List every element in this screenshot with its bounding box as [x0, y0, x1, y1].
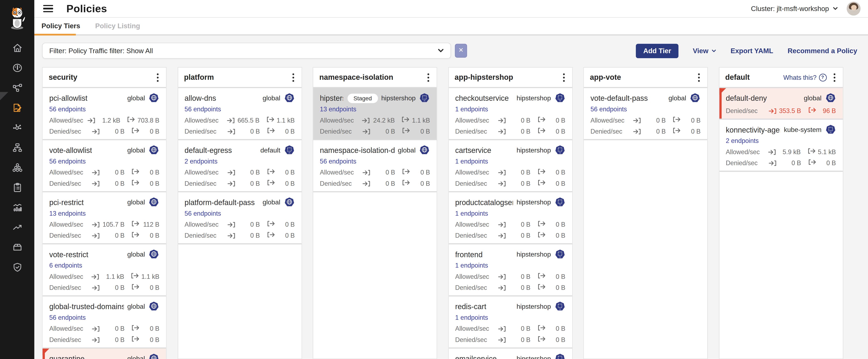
user-avatar[interactable]: [847, 2, 861, 16]
policy-card-default-deny[interactable]: default-denyglobalDenied/sec353.5 B96 B: [719, 88, 842, 120]
policy-card-pci-restrict[interactable]: pci-restrictglobal13 endpointsAllowed/se…: [42, 192, 166, 245]
sidebar-item-compliance-clipboard[interactable]: [0, 177, 34, 197]
sidebar-item-trends[interactable]: [0, 217, 34, 237]
endpoints-link[interactable]: 2 endpoints: [726, 137, 836, 145]
endpoints-link[interactable]: 1 endpoints: [455, 105, 565, 113]
global-scope-badge-icon: [148, 301, 159, 312]
policy-card-hipstershop-gh[interactable]: hipstershop-gh…Stagedhipstershopns13 end…: [313, 88, 437, 140]
denied-per-sec-row: Denied/sec0 B0 B: [455, 128, 565, 135]
page-title: Policies: [66, 2, 107, 15]
stat-label: Allowed/sec: [49, 325, 83, 332]
content-area: Filter: Policy Traffic filter: Show All …: [34, 35, 868, 359]
ingress-value: 0 B: [508, 284, 530, 291]
policy-card-frontend[interactable]: frontendhipstershopns1 endpointsAllowed/…: [448, 244, 572, 297]
policy-card-checkoutservice[interactable]: checkoutservicehipstershopns1 endpointsA…: [448, 88, 572, 140]
svg-text:ns: ns: [424, 100, 425, 102]
sidebar-item-threat-shield[interactable]: [0, 257, 34, 277]
endpoints-link[interactable]: 56 endpoints: [590, 105, 701, 113]
stat-label: Allowed/sec: [320, 169, 354, 176]
cluster-selector[interactable]: Cluster: jlt-msft-workshop: [751, 5, 838, 12]
endpoints-link[interactable]: 1 endpoints: [455, 158, 565, 165]
allowed-per-sec-row: Allowed/sec0 B0 B: [455, 221, 565, 228]
tab-policy-tiers[interactable]: Policy Tiers: [41, 22, 80, 30]
view-dropdown[interactable]: View: [693, 47, 716, 54]
tier-menu-button[interactable]: [561, 73, 566, 82]
egress-traffic-icon: [537, 232, 545, 238]
policy-card-default-egress[interactable]: default-egressdefaultns2 endpointsAllowe…: [178, 140, 302, 192]
endpoints-link[interactable]: 1 endpoints: [455, 261, 565, 269]
tier-column-security: securitypci-allowlistglobal56 endpointsA…: [42, 67, 166, 359]
policy-card-pci-allowlist[interactable]: pci-allowlistglobal56 endpointsAllowed/s…: [42, 88, 166, 140]
policy-card-vote-default-pass[interactable]: vote-default-passglobal56 endpointsAllow…: [584, 88, 707, 140]
whats-this-link[interactable]: Whats this??: [783, 73, 827, 81]
sidebar-item-flow-visualizations[interactable]: [0, 118, 34, 138]
sidebar-item-home[interactable]: [0, 37, 34, 58]
tier-menu-button[interactable]: [696, 73, 701, 82]
endpoints-link[interactable]: 13 endpoints: [320, 105, 430, 113]
endpoints-link[interactable]: 13 endpoints: [49, 210, 159, 217]
recommend-policy-button[interactable]: Recommend a Policy: [788, 47, 857, 54]
endpoints-link[interactable]: 56 endpoints: [185, 105, 295, 113]
ingress-traffic-icon: [498, 232, 505, 239]
endpoints-link[interactable]: 56 endpoints: [320, 158, 430, 165]
stat-label: Denied/sec: [455, 232, 487, 239]
tab-policy-listing[interactable]: Policy Listing: [95, 22, 140, 30]
export-yaml-button[interactable]: Export YAML: [731, 47, 773, 54]
policy-card-global-trusted-domains[interactable]: global-trusted-domainsglobal56 endpoints…: [42, 297, 166, 349]
endpoints-link[interactable]: 56 endpoints: [49, 105, 159, 113]
tier-column-platform: platformallow-dnsglobal56 endpointsAllow…: [177, 67, 302, 359]
endpoints-link[interactable]: 56 endpoints: [49, 314, 159, 322]
policy-card-emailservice[interactable]: emailservicehipstershopns1 endpointsAllo…: [448, 349, 572, 359]
tier-menu-button[interactable]: [291, 73, 295, 82]
endpoints-link[interactable]: 56 endpoints: [49, 158, 159, 165]
sidebar-item-dashboard-gauge[interactable]: [0, 58, 34, 78]
endpoints-link[interactable]: 6 endpoints: [49, 261, 159, 269]
egress-traffic-icon: [132, 221, 140, 227]
hamburger-menu-icon[interactable]: [43, 5, 53, 12]
policies-icon: [11, 102, 23, 113]
tier-title: app-vote: [590, 73, 621, 81]
tier-header-app-vote: app-vote: [584, 67, 707, 88]
clear-filter-button[interactable]: ✕: [455, 44, 467, 58]
tier-title: namespace-isolation: [319, 73, 393, 81]
tier-menu-button[interactable]: [426, 73, 431, 82]
tier-title: default: [725, 73, 750, 81]
ingress-traffic-icon: [768, 108, 776, 114]
egress-traffic-icon: [267, 221, 275, 227]
policy-card-vote-allowlist[interactable]: vote-allowlistglobal56 endpointsAllowed/…: [42, 140, 166, 192]
ingress-traffic-icon: [227, 180, 235, 186]
tier-header-security: security: [42, 67, 166, 88]
staged-badge: Staged: [347, 93, 378, 103]
add-tier-button[interactable]: Add Tier: [636, 44, 678, 58]
policy-card-quarantine[interactable]: quarantineglobal0 endpoints: [42, 349, 166, 359]
calico-cat-logo: [8, 6, 27, 30]
threat-shield-icon: [11, 261, 23, 273]
sidebar-active-indicator: [0, 92, 8, 109]
sidebar-item-endpoints-tree[interactable]: [0, 138, 34, 158]
policy-card-platform-default-pass[interactable]: platform-default-passglobal56 endpointsA…: [178, 192, 302, 245]
policy-name: default-deny: [726, 94, 767, 102]
sidebar-item-timeline-chart[interactable]: [0, 197, 34, 217]
policy-card-namespace-isolation-default-p[interactable]: namespace-isolation-default-p…global56 e…: [313, 140, 437, 192]
tier-menu-button[interactable]: [832, 73, 836, 82]
policy-card-vote-restrict[interactable]: vote-restrictglobal6 endpointsAllowed/se…: [42, 244, 166, 297]
policy-card-productcatalogservice[interactable]: productcatalogservicehipstershopns1 endp…: [448, 192, 572, 245]
egress-value: 0 B: [683, 117, 701, 124]
sidebar-item-clusters[interactable]: [0, 158, 34, 177]
endpoints-link[interactable]: 56 endpoints: [185, 210, 295, 217]
endpoints-link[interactable]: 2 endpoints: [185, 158, 295, 165]
policy-card-redis-cart[interactable]: redis-carthipstershopns1 endpointsAllowe…: [448, 297, 572, 349]
endpoints-link[interactable]: 1 endpoints: [455, 314, 565, 322]
sidebar-item-packages-box[interactable]: [0, 237, 34, 257]
policy-card-konnectivity-agent[interactable]: konnectivity-agentkube-systemns2 endpoin…: [719, 120, 842, 172]
ingress-value: 0 B: [508, 117, 530, 124]
policy-traffic-filter-select[interactable]: Filter: Policy Traffic filter: Show All: [42, 43, 451, 59]
policy-card-allow-dns[interactable]: allow-dnsglobal56 endpointsAllowed/sec66…: [178, 88, 302, 140]
tier-menu-button[interactable]: [156, 73, 160, 82]
endpoints-link[interactable]: 1 endpoints: [455, 210, 565, 217]
allowed-per-sec-row: Allowed/sec5.9 kB5.1 kB: [726, 148, 836, 156]
policy-scope-label: hipstershop: [517, 303, 551, 310]
egress-traffic-icon: [537, 325, 545, 331]
egress-value: 0 B: [142, 169, 159, 176]
policy-card-cartservice[interactable]: cartservicehipstershopns1 endpointsAllow…: [448, 140, 572, 192]
